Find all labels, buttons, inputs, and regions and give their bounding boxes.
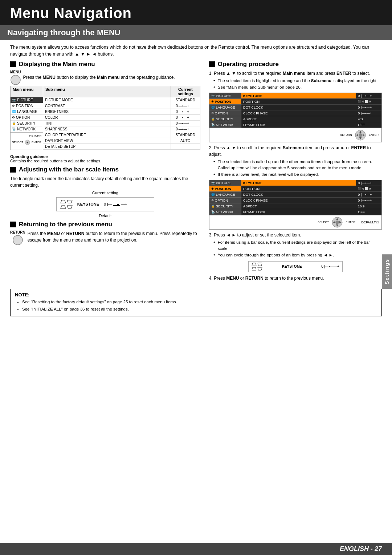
menu-diagram-body: 📷 PICTURE ⊕ POSITION 🌐 LANGUAGE ⚙ OPTION bbox=[11, 97, 200, 150]
menu-row-color: COLOR 0 —▪—+ bbox=[43, 115, 200, 121]
step3-text: 3. Press ◄ ► to adjust or set the select… bbox=[209, 232, 382, 238]
ms-item-picture-2[interactable]: 📷 PICTURE bbox=[209, 180, 241, 186]
menu-row-detailed: DETAILED SETUP — bbox=[43, 144, 200, 150]
menu-item-option[interactable]: ⚙ OPTION bbox=[11, 115, 43, 121]
sm-trap-dn-icon bbox=[257, 263, 262, 266]
ms-right-1: KEYSTONE 0 |—▪—+ POSITION ⬛ 0 ⬜ 0 DOT CL… bbox=[241, 93, 381, 128]
ms-item-option-2[interactable]: ⚙ OPTION bbox=[209, 198, 241, 203]
operating-title: Operating procedure bbox=[218, 61, 279, 68]
menu-item-network[interactable]: 📡 NETWORK bbox=[11, 126, 43, 132]
step1-text: 1. Press ▲ ▼ to scroll to the required M… bbox=[209, 70, 382, 77]
menu-icon-label: MENU bbox=[10, 70, 21, 74]
return-icon-label: RETURN bbox=[10, 230, 25, 234]
ms-item-security-1[interactable]: 🔒 SECURITY bbox=[209, 116, 241, 122]
ms-right-2: KEYSTONE 0 |—▪—+ POSITION ⬛ 0 ⬜ 0 DOT CL… bbox=[241, 180, 381, 215]
note-title: NOTE: bbox=[15, 292, 377, 297]
ms-item-network-2[interactable]: 📡 NETWORK bbox=[209, 209, 241, 215]
svg-point-0 bbox=[11, 75, 20, 85]
note-box: NOTE: See "Resetting to the factory defa… bbox=[10, 289, 382, 316]
ms-item-network-1[interactable]: 📡 NETWORK bbox=[209, 122, 241, 128]
keystone-icons bbox=[60, 199, 73, 209]
current-setting-label: Current setting bbox=[10, 191, 200, 195]
menu-item-position[interactable]: ⊕ POSITION bbox=[11, 103, 43, 109]
displaying-section-title: Displaying the Main menu bbox=[10, 61, 200, 68]
menu-diagram: Main menu Sub-menu Currentsettings 📷 PIC… bbox=[10, 86, 200, 150]
menu-row-daylight: DAYLIGHT VIEW AUTO bbox=[43, 138, 200, 144]
svg-marker-5 bbox=[61, 206, 66, 208]
page-header: Menu Navigation bbox=[0, 0, 392, 25]
adjusting-title-text: Adjusting with the bar scale items bbox=[19, 166, 119, 173]
menu-diagram-header: Main menu Sub-menu Currentsettings bbox=[11, 86, 200, 97]
ms-item-language-2[interactable]: 🌐 LANGUAGE bbox=[209, 192, 241, 198]
displaying-title: Displaying the Main menu bbox=[19, 61, 95, 68]
menu-item-language[interactable]: 🌐 LANGUAGE bbox=[11, 109, 43, 115]
note-item-1: See "Resetting to the factory default se… bbox=[22, 299, 377, 305]
menu-row-brightness: BRIGHTNESS 0 —▪—+ bbox=[43, 109, 200, 115]
svg-marker-3 bbox=[61, 200, 66, 203]
ms-left-2: 📷 PICTURE ⊕ POSITION 🌐 LANGUAGE ⚙ OPTION bbox=[209, 180, 241, 215]
ms-row-aspect-2: ASPECT 16:9 bbox=[241, 203, 381, 209]
step3-bullets: For items using a bar scale, the current… bbox=[213, 239, 382, 258]
ms-body-1: 📷 PICTURE ⊕ POSITION 🌐 LANGUAGE ⚙ OPTION bbox=[209, 93, 381, 128]
ms-row-clockphase-2: CLOCK PHASE 0 |—▪—+ bbox=[241, 198, 381, 203]
section-icon-op bbox=[209, 61, 215, 67]
menu-left-panel: 📷 PICTURE ⊕ POSITION 🌐 LANGUAGE ⚙ OPTION bbox=[11, 97, 43, 150]
trapezoid-up2-icon bbox=[60, 205, 66, 209]
sm-trap-up-icon bbox=[252, 263, 257, 266]
ms-row-position-2: POSITION ⬛ 0 ⬜ 0 bbox=[241, 186, 381, 192]
step1-bullets: The selected item is highlighted in oran… bbox=[213, 78, 382, 90]
header-main: Main menu bbox=[11, 86, 43, 97]
menu-item-picture[interactable]: 📷 PICTURE bbox=[11, 97, 43, 103]
step4-text: 4. Press MENU or RETURN to return to the… bbox=[209, 275, 382, 281]
header-curr: Currentsettings bbox=[171, 86, 200, 97]
ms-item-language-1[interactable]: 🌐 LANGUAGE bbox=[209, 105, 241, 110]
step1-bullet1: The selected item is highlighted in oran… bbox=[213, 78, 382, 84]
ms-item-security-2[interactable]: 🔒 SECURITY bbox=[209, 203, 241, 209]
returning-section: Returning to the previous menu RETURN Pr… bbox=[10, 221, 200, 245]
returning-title-text: Returning to the previous menu bbox=[19, 221, 112, 228]
svg-marker-22 bbox=[252, 267, 256, 270]
displaying-text: Press the MENU button to display the Mai… bbox=[23, 74, 200, 81]
ms-item-option-1[interactable]: ⚙ OPTION bbox=[209, 110, 241, 116]
operating-section-title: Operating procedure bbox=[209, 61, 382, 68]
note-item-2: See "INITIALIZE ALL" on page 36 to reset… bbox=[22, 306, 377, 312]
step1-bullet2: See "Main menu and Sub-menu" on page 28. bbox=[213, 84, 382, 90]
select-label-2: SELECT bbox=[318, 220, 329, 224]
menu-row-contrast: CONTRAST 0 —▪—+ bbox=[43, 103, 200, 109]
left-column: Displaying the Main menu MENU Press the … bbox=[10, 61, 200, 281]
ms-item-picture-1[interactable]: 📷 PICTURE bbox=[209, 93, 241, 99]
sm-trap-up2-icon bbox=[252, 267, 257, 271]
ms-controller-1: RETURN ENTER bbox=[209, 128, 381, 142]
section-icon-adjust bbox=[10, 167, 16, 173]
ms-row-position-1: POSITION ⬛ 0 ⬜ 0 bbox=[241, 99, 381, 105]
menu-instruction: MENU Press the MENU button to display th… bbox=[10, 70, 200, 85]
intro-text: The menu system allows you to access fun… bbox=[10, 44, 382, 58]
select-ctrl-icon-1 bbox=[355, 130, 366, 141]
menu-controller-area: RETURN SELECT ◉ ENTER bbox=[11, 132, 43, 148]
ms-row-keystone-1: KEYSTONE 0 |—▪—+ bbox=[241, 93, 381, 99]
select-button-icon: ◉ bbox=[25, 138, 30, 147]
ms-item-position-1-active[interactable]: ⊕ POSITION bbox=[209, 99, 241, 105]
svg-point-7 bbox=[13, 235, 23, 245]
svg-marker-20 bbox=[252, 263, 256, 266]
step3-bullet2: You can cycle through the options of an … bbox=[213, 252, 382, 258]
enter-label-2: ENTER bbox=[346, 220, 355, 224]
menu-row-picture-mode: PICTURE MODE STANDARD bbox=[43, 97, 200, 103]
ms-row-keystone-2: KEYSTONE 0 |—▪—+ bbox=[241, 180, 381, 186]
step2-text: 2. Press ▲ ▼ to scroll to the required S… bbox=[209, 145, 382, 158]
keystone-scale: 0 |— ▲ —+ bbox=[104, 202, 127, 206]
adjusting-title: Adjusting with the bar scale items bbox=[10, 166, 200, 173]
ms-item-position-2-active[interactable]: ⊕ POSITION bbox=[209, 186, 241, 192]
menu-item-security[interactable]: 🔒 SECURITY bbox=[11, 121, 43, 126]
returning-title: Returning to the previous menu bbox=[10, 221, 200, 228]
ms-body-2: 📷 PICTURE ⊕ POSITION 🌐 LANGUAGE ⚙ OPTION bbox=[209, 180, 381, 215]
trapezoid-dn-icon bbox=[67, 199, 73, 204]
section-header: Navigating through the MENU bbox=[0, 25, 392, 40]
keystone-label: KEYSTONE bbox=[75, 202, 101, 206]
ms-row-dotclock-2: DOT CLOCK 0 |—▪—+ bbox=[241, 192, 381, 198]
returning-text: Press the MENU or RETURN button to retur… bbox=[28, 230, 200, 243]
footer-text: ENGLISH - 27 bbox=[340, 545, 382, 553]
small-keystone-label: KEYSTONE bbox=[265, 264, 319, 268]
menu-screenshot-1: 📷 PICTURE ⊕ POSITION 🌐 LANGUAGE ⚙ OPTION bbox=[209, 93, 382, 142]
step2-bullet1: The selected item is called up and the o… bbox=[213, 159, 382, 171]
